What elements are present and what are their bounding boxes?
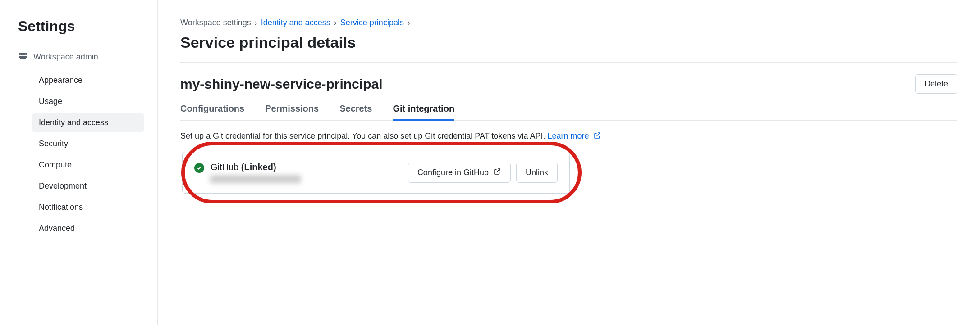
- sidebar-item-advanced[interactable]: Advanced: [32, 219, 144, 238]
- external-link-icon: [593, 131, 601, 142]
- workspace-admin-icon: [18, 51, 28, 63]
- tab-permissions[interactable]: Permissions: [265, 97, 319, 120]
- git-provider-card: GitHub (Linked) Configure in GitHub Unli…: [182, 152, 570, 194]
- unlink-button[interactable]: Unlink: [516, 162, 558, 183]
- page-title: Service principal details: [180, 34, 957, 63]
- sidebar-item-compute[interactable]: Compute: [32, 156, 144, 174]
- breadcrumb-separator: ›: [334, 18, 337, 27]
- tab-secrets[interactable]: Secrets: [339, 97, 372, 120]
- sidebar: Settings Workspace admin Appearance Usag…: [0, 0, 158, 325]
- breadcrumb-workspace-settings: Workspace settings: [180, 18, 251, 27]
- configure-label: Configure in GitHub: [417, 168, 489, 177]
- service-principal-name: my-shiny-new-service-principal: [180, 77, 382, 92]
- sidebar-item-security[interactable]: Security: [32, 135, 144, 153]
- breadcrumb-separator: ›: [408, 18, 410, 27]
- configure-in-github-button[interactable]: Configure in GitHub: [408, 162, 511, 183]
- breadcrumb-service-principals[interactable]: Service principals: [340, 18, 404, 27]
- sidebar-group-label: Workspace admin: [33, 52, 98, 62]
- git-provider-linked-label: (Linked): [241, 162, 276, 172]
- git-provider-subtext-redacted: [211, 175, 301, 183]
- git-provider-card-wrap: GitHub (Linked) Configure in GitHub Unli…: [182, 152, 570, 194]
- breadcrumb-identity-and-access[interactable]: Identity and access: [261, 18, 330, 27]
- sidebar-item-notifications[interactable]: Notifications: [32, 198, 144, 217]
- main-content: Workspace settings › Identity and access…: [158, 0, 980, 325]
- sidebar-item-development[interactable]: Development: [32, 177, 144, 195]
- tabs: Configurations Permissions Secrets Git i…: [180, 97, 957, 121]
- settings-heading: Settings: [18, 18, 157, 35]
- sidebar-item-usage[interactable]: Usage: [32, 92, 144, 111]
- sidebar-item-identity-and-access[interactable]: Identity and access: [32, 113, 144, 132]
- sidebar-items-list: Appearance Usage Identity and access Sec…: [32, 71, 157, 238]
- git-provider-status: GitHub (Linked): [211, 162, 301, 172]
- breadcrumb: Workspace settings › Identity and access…: [180, 18, 957, 27]
- git-provider-name: GitHub: [211, 162, 238, 172]
- tab-configurations[interactable]: Configurations: [180, 97, 244, 120]
- git-integration-description: Set up a Git credential for this service…: [180, 131, 957, 142]
- learn-more-link[interactable]: Learn more: [547, 131, 601, 140]
- sidebar-item-appearance[interactable]: Appearance: [32, 71, 144, 90]
- svg-point-0: [20, 54, 21, 55]
- svg-point-1: [23, 54, 24, 55]
- breadcrumb-separator: ›: [255, 18, 257, 27]
- svg-point-2: [25, 54, 26, 55]
- tab-git-integration[interactable]: Git integration: [393, 97, 454, 120]
- check-circle-icon: [194, 163, 204, 173]
- description-text: Set up a Git credential for this service…: [180, 131, 547, 140]
- delete-button[interactable]: Delete: [915, 74, 957, 94]
- learn-more-label: Learn more: [547, 131, 589, 140]
- external-link-icon: [493, 167, 501, 178]
- sidebar-group-workspace-admin: Workspace admin: [18, 51, 157, 63]
